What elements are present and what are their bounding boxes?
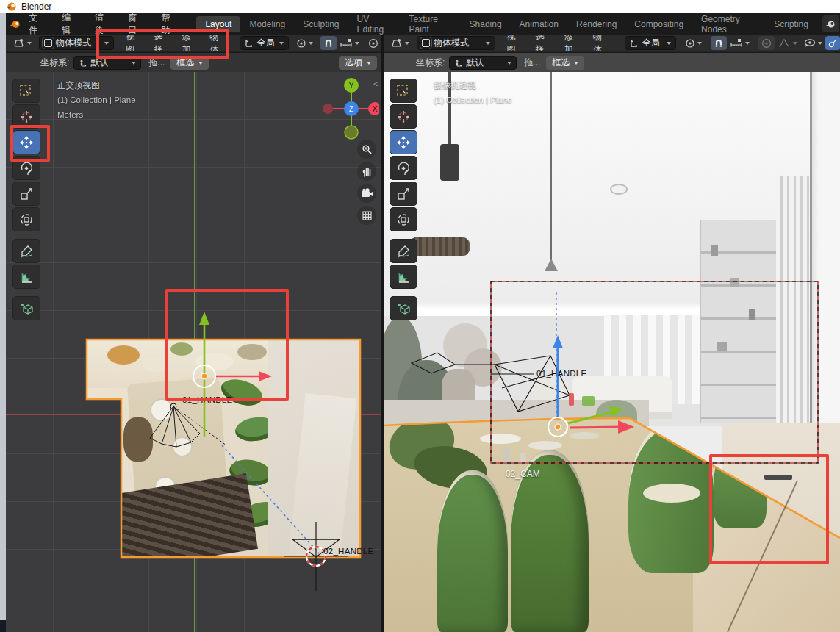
tab-geometry-nodes[interactable]: Geometry Nodes: [692, 11, 765, 37]
workspace-tabs: Layout Modeling Sculpting UV Editing Tex…: [196, 11, 840, 37]
tab-animation[interactable]: Animation: [511, 16, 567, 32]
tool-cursor-button-right[interactable]: [390, 104, 417, 129]
snap-target-dropdown[interactable]: [337, 36, 362, 50]
tab-rendering[interactable]: Rendering: [567, 16, 625, 32]
view-menu[interactable]: 视图: [120, 35, 148, 52]
tool-cursor-button[interactable]: [12, 104, 40, 129]
tool-transform-button-right[interactable]: [390, 207, 417, 231]
proportional-editing-toggle[interactable]: [365, 36, 381, 50]
pivot-point-dropdown[interactable]: [293, 36, 316, 50]
orientation-dropdown-right[interactable]: 全局: [625, 36, 676, 50]
select-menu[interactable]: 选择: [148, 35, 176, 52]
tab-sculpting[interactable]: Sculpting: [294, 16, 348, 32]
pendant-rod-thin: [550, 72, 552, 260]
tool-select-box-button-right[interactable]: [390, 79, 417, 103]
snap-toggle-right[interactable]: [711, 36, 727, 50]
tool-measure-button-right[interactable]: [390, 265, 417, 289]
coord-system-value: 默认: [90, 57, 108, 69]
gizmo-eye-icon: [803, 38, 816, 49]
tool-measure-button[interactable]: [12, 265, 40, 289]
drag-mode-dropdown[interactable]: 框选: [170, 56, 209, 70]
tool-move-button-right[interactable]: [390, 130, 417, 154]
tool-scale-button[interactable]: [12, 182, 40, 206]
tool-add-cube-button-right[interactable]: [390, 296, 417, 320]
tool-rotate-button[interactable]: [12, 156, 40, 180]
object-mode-icon: [422, 39, 430, 47]
top-menubar: 文件 编辑 渲染 窗口 帮助 Layout Modeling Sculpting…: [0, 13, 840, 35]
dish-blob: [107, 345, 140, 365]
glass: [520, 453, 526, 464]
dish-blob: [143, 357, 168, 372]
select-menu-right[interactable]: 选择: [530, 35, 559, 52]
tab-uv-editing[interactable]: UV Editing: [348, 11, 401, 37]
overlays-toggle[interactable]: [825, 36, 840, 50]
tool-add-cube-button[interactable]: [12, 296, 40, 320]
tab-texture-paint[interactable]: Texture Paint: [401, 11, 461, 37]
pan-view-button[interactable]: [357, 162, 376, 181]
mode-dropdown[interactable]: 物体模式: [39, 36, 114, 50]
view-name-right: 摄像机透视: [434, 78, 512, 93]
tool-rotate-button-right[interactable]: [390, 156, 417, 180]
orientation-label: 全局: [642, 37, 660, 49]
plate: [480, 434, 521, 444]
plate: [173, 438, 191, 456]
window-left-edge: [0, 13, 6, 620]
axis-navigation-gizmo[interactable]: Y X Z: [323, 76, 379, 140]
snap-toggle[interactable]: [320, 36, 337, 50]
drag-mode-dropdown-right[interactable]: 框选: [546, 56, 584, 70]
options-dropdown[interactable]: 选项: [339, 56, 377, 70]
tab-scripting[interactable]: Scripting: [765, 16, 817, 32]
object-menu-right[interactable]: 物体: [587, 35, 616, 52]
show-gizmo-dropdown[interactable]: [800, 36, 825, 50]
coord-system-label: 坐标系:: [40, 57, 69, 69]
glass: [503, 448, 511, 462]
zoom-view-button[interactable]: [357, 140, 376, 159]
proportional-falloff-dropdown[interactable]: [775, 36, 800, 50]
sidebar-collapse-arrow[interactable]: <: [373, 79, 378, 88]
pivot-icon: [296, 38, 306, 49]
add-menu-right[interactable]: 添加: [559, 35, 587, 52]
gizmo-x-label: X: [373, 105, 378, 113]
mode-dropdown-right[interactable]: 物体模式: [417, 36, 495, 50]
object-menu[interactable]: 物体: [204, 35, 232, 52]
tool-transform-button[interactable]: [12, 207, 40, 231]
ceiling-light: [610, 184, 628, 195]
view-context-right: (1) Collection | Plane: [434, 93, 512, 107]
left-3d-viewport[interactable]: 01_HANDLE 02_HANDLE 正交顶视图 (1) Collection…: [6, 72, 381, 632]
orientation-dropdown[interactable]: 全局: [240, 36, 289, 50]
plate: [528, 441, 562, 450]
editor-type-dropdown-right[interactable]: [388, 36, 412, 50]
coord-system-dropdown[interactable]: 默认: [73, 56, 141, 70]
right-3d-viewport[interactable]: 01_HANDLE 02_CAM 摄像机透视 (1) Collection | …: [384, 72, 840, 632]
tab-shading[interactable]: Shading: [461, 16, 511, 32]
editor-type-dropdown[interactable]: [10, 36, 35, 50]
orientation-axes-icon: [245, 39, 254, 48]
orientation-axes-icon: [630, 39, 639, 48]
shelf-object: [730, 278, 739, 287]
blender-app-icon[interactable]: [9, 19, 21, 29]
toggle-perspective-button[interactable]: [357, 206, 376, 225]
tab-modeling[interactable]: Modeling: [240, 16, 294, 32]
scene-icon[interactable]: [822, 15, 839, 32]
view-menu-right[interactable]: 视图: [501, 35, 530, 52]
editor-3d-viewport-icon: [13, 38, 25, 49]
tool-annotate-button-right[interactable]: [390, 239, 417, 263]
falloff-curve-icon: [778, 38, 791, 48]
add-menu[interactable]: 添加: [176, 35, 204, 52]
tool-scale-button-right[interactable]: [390, 182, 417, 206]
coord-system-dropdown-right[interactable]: 默认: [449, 56, 517, 70]
tool-move-button[interactable]: [12, 130, 40, 154]
snap-target-dropdown-right[interactable]: [727, 36, 753, 50]
view-info-right: 摄像机透视 (1) Collection | Plane: [434, 78, 512, 107]
tool-annotate-button[interactable]: [12, 239, 40, 263]
gizmo-y-label: Y: [349, 82, 354, 90]
proportional-editing-toggle-right[interactable]: [758, 36, 775, 50]
tab-compositing[interactable]: Compositing: [625, 16, 692, 32]
view-name: 正交顶视图: [57, 78, 136, 93]
camera-view-button[interactable]: [357, 184, 376, 203]
handle1-label: 01_HANDLE: [182, 395, 233, 404]
pivot-point-dropdown-right[interactable]: [682, 36, 705, 50]
tool-select-box-button[interactable]: [12, 79, 40, 103]
tab-layout[interactable]: Layout: [196, 16, 240, 32]
pendant-lamp-head: [440, 144, 459, 181]
